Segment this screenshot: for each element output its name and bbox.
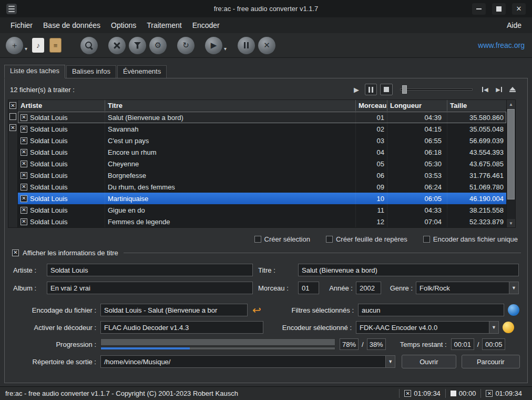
filename-field[interactable] <box>100 304 248 316</box>
joblist-row[interactable]: Soldat Louis Gigue en do 11 04:33 38.215… <box>18 204 506 216</box>
eject-button[interactable] <box>507 84 518 95</box>
column-header-artist[interactable]: Artiste <box>18 100 105 111</box>
row-checkbox[interactable] <box>21 149 27 156</box>
joblist-row[interactable]: Soldat Louis C'est un pays 03 06:55 56.6… <box>18 135 506 146</box>
year-field[interactable] <box>356 282 381 294</box>
output-dir-dropdown-arrow[interactable]: ▼ <box>385 356 395 367</box>
gear-icon: ⚙ <box>155 41 161 50</box>
tab-tags[interactable]: Balises infos <box>66 65 116 78</box>
joblist-row[interactable]: Soldat Louis Cheyenne 05 05:30 43.675.08… <box>18 158 506 169</box>
cell-title: Salut (Bienvenue a bord) <box>105 112 356 123</box>
tab-events[interactable]: Évènements <box>117 65 167 78</box>
output-dir-dropdown[interactable]: /home/vince/Musique/ ▼ <box>100 355 395 368</box>
menu-base-de-donnees[interactable]: Base de données <box>38 19 106 32</box>
row-checkbox[interactable] <box>21 218 27 225</box>
settings-tools-button[interactable] <box>108 37 126 54</box>
minimize-button[interactable] <box>472 3 486 15</box>
filters-field[interactable] <box>358 304 504 316</box>
encode-single-file-checkbox[interactable] <box>423 236 430 243</box>
cddb-query-button[interactable] <box>80 37 98 54</box>
open-button[interactable]: Ouvrir <box>402 355 456 368</box>
menu-encoder[interactable]: Encoder <box>187 19 225 32</box>
statusbar-text: fre:ac - free audio converter v1.1.7 - C… <box>5 389 238 397</box>
joblist-row[interactable]: Soldat Louis Savannah 02 04:15 35.055.04… <box>18 123 506 135</box>
album-field[interactable] <box>47 282 253 294</box>
freac-website-link[interactable]: www.freac.org <box>478 41 528 49</box>
scrollbar-thumb[interactable] <box>507 109 515 199</box>
menu-fichier[interactable]: Fichier <box>5 19 38 32</box>
create-cue-sheet-option[interactable]: Créer feuille de repères <box>326 235 407 243</box>
create-cue-sheet-checkbox[interactable] <box>326 236 333 243</box>
configure-filters-button[interactable] <box>508 304 519 316</box>
preview-seek-slider[interactable] <box>400 85 473 94</box>
start-conversion-button[interactable]: ▶ <box>205 37 222 54</box>
toggle-selection-checkbox[interactable] <box>9 124 16 131</box>
genre-dropdown-arrow[interactable]: ▼ <box>509 282 518 294</box>
start-conversion-dropdown-arrow[interactable]: ▾ <box>224 46 227 52</box>
decoder-field[interactable] <box>100 321 263 334</box>
scrollbar-track[interactable] <box>507 200 515 219</box>
create-selection-checkbox[interactable] <box>254 236 261 243</box>
mid-time-segment: 00:00 <box>445 389 481 398</box>
joblist-row[interactable]: Soldat Louis Du rhum, des femmes 09 06:2… <box>18 181 506 193</box>
preview-next-button[interactable]: ▶ <box>494 84 504 95</box>
column-header-size[interactable]: Taille <box>447 100 506 111</box>
configure-encoder-button[interactable] <box>503 322 514 333</box>
joblist-row[interactable]: Soldat Louis Encore un rhum 04 06:18 43.… <box>18 146 506 158</box>
show-tag-info-checkbox[interactable] <box>12 249 19 256</box>
menu-traitement[interactable]: Traitement <box>141 19 187 32</box>
edit-filename-arrow-icon[interactable]: ↩ <box>250 304 263 316</box>
preview-previous-button[interactable]: ◀ <box>480 84 490 95</box>
vertical-scrollbar[interactable]: ▲ ▼ <box>506 100 515 227</box>
joblist-row[interactable]: Soldat Louis Borgnefesse 06 03:53 31.776… <box>18 169 506 181</box>
select-all-checkbox[interactable] <box>9 102 16 109</box>
column-header-length[interactable]: Longueur <box>387 100 447 111</box>
joblist-clipboard-button[interactable]: ≡ <box>49 38 62 53</box>
row-checkbox[interactable] <box>21 195 27 202</box>
column-header-title[interactable]: Titre <box>105 100 356 111</box>
encoder-dropdown[interactable]: FDK-AAC Encoder v4.0.0 ▼ <box>356 321 499 334</box>
row-checkbox[interactable] <box>21 184 27 191</box>
column-header-track[interactable]: Morceau <box>356 100 387 111</box>
scroll-down-button[interactable]: ▼ <box>507 219 515 227</box>
title-field[interactable] <box>298 264 519 276</box>
artist-field[interactable] <box>47 264 253 276</box>
row-checkbox[interactable] <box>21 137 27 144</box>
seek-thumb[interactable] <box>402 85 407 94</box>
cell-title: Encore un rhum <box>105 146 356 158</box>
add-audio-file-button[interactable]: ♪ <box>32 38 44 53</box>
close-button[interactable]: ✕ <box>512 3 526 15</box>
repeat-conversion-button[interactable]: ↻ <box>177 37 195 54</box>
row-checkbox[interactable] <box>21 207 27 214</box>
filters-button[interactable] <box>129 37 146 54</box>
row-checkbox[interactable] <box>21 114 27 121</box>
encoder-dropdown-arrow[interactable]: ▼ <box>489 322 498 333</box>
preview-pause-button[interactable] <box>365 84 377 95</box>
add-files-dropdown-arrow[interactable]: ▾ <box>25 46 27 52</box>
preview-play-button[interactable]: ▶ <box>351 84 362 95</box>
genre-dropdown[interactable]: Folk/Rock ▼ <box>416 282 519 294</box>
app-menu-icon[interactable] <box>6 4 17 14</box>
track-field[interactable] <box>298 282 319 294</box>
create-selection-option[interactable]: Créer sélection <box>254 235 310 243</box>
row-checkbox[interactable] <box>21 172 27 179</box>
row-checkbox[interactable] <box>21 161 27 167</box>
joblist-row[interactable]: Soldat Louis Femmes de legende 12 07:04 … <box>18 216 506 227</box>
joblist-row[interactable]: Soldat Louis Salut (Bienvenue a bord) 01… <box>18 112 506 123</box>
configuration-button[interactable]: ⚙ <box>149 37 167 54</box>
menu-options[interactable]: Options <box>106 19 141 32</box>
preview-stop-button[interactable] <box>380 84 393 95</box>
maximize-button[interactable] <box>492 3 506 15</box>
add-files-button[interactable]: ＋ <box>6 37 23 54</box>
select-none-checkbox[interactable] <box>9 113 16 120</box>
row-checkbox[interactable] <box>21 126 27 133</box>
menu-aide[interactable]: Aide <box>502 19 527 32</box>
browse-button[interactable]: Parcourir <box>462 355 520 368</box>
title-label: Titre : <box>258 266 298 274</box>
scroll-up-button[interactable]: ▲ <box>507 100 515 108</box>
pause-conversion-button[interactable] <box>238 37 255 54</box>
encode-single-file-option[interactable]: Encoder dans fichier unique <box>423 235 518 243</box>
joblist-row-selected[interactable]: Soldat Louis Martiniquaise 10 06:05 46.1… <box>18 193 506 204</box>
tab-joblist[interactable]: Liste des taches <box>4 65 65 78</box>
stop-conversion-button[interactable]: ✕ <box>258 37 275 54</box>
